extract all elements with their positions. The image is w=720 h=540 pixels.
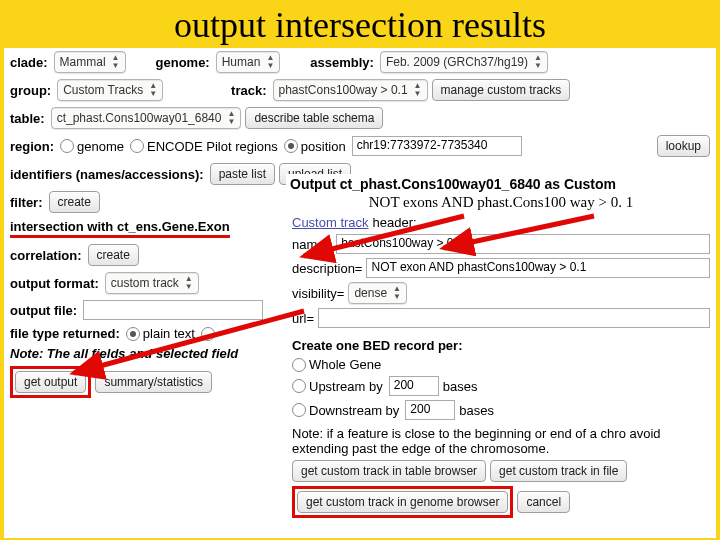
ct-description-label: description= — [292, 261, 362, 276]
get-track-genome-button[interactable]: get custom track in genome browser — [297, 491, 508, 513]
updown-icon: ▲▼ — [149, 82, 157, 98]
paste-list-button[interactable]: paste list — [210, 163, 275, 185]
region-position-radio[interactable]: position — [284, 139, 346, 154]
panel-header: Output ct_phast.Cons100way01_6840 as Cus… — [286, 174, 716, 194]
genome-select[interactable]: Human▲▼ — [216, 51, 281, 73]
ct-visibility-value: dense — [354, 286, 387, 300]
page-title: output intersection results — [0, 0, 720, 48]
clade-value: Mammal — [60, 55, 106, 69]
output-format-label: output format: — [10, 276, 99, 291]
ct-url-label: url= — [292, 311, 314, 326]
ct-name-label: name= — [292, 237, 332, 252]
assembly-value: Feb. 2009 (GRCh37/hg19) — [386, 55, 528, 69]
region-encode-text: ENCODE Pilot regions — [147, 139, 278, 154]
correlation-create-button[interactable]: create — [88, 244, 139, 266]
custom-track-panel: Output ct_phast.Cons100way01_6840 as Cus… — [286, 174, 716, 520]
genome-label: genome: — [156, 55, 210, 70]
bed-whole-gene-text: Whole Gene — [309, 357, 381, 372]
radio-icon — [284, 139, 298, 153]
region-position-text: position — [301, 139, 346, 154]
ct-visibility-label: visibility= — [292, 286, 344, 301]
manage-tracks-button[interactable]: manage custom tracks — [432, 79, 571, 101]
updown-icon: ▲▼ — [185, 275, 193, 291]
bed-whole-gene-radio[interactable]: Whole Gene — [292, 357, 381, 372]
radio-icon — [292, 403, 306, 417]
position-input[interactable]: chr19:7733972-7735340 — [352, 136, 522, 156]
intersection-label: intersection with ct_ens.Gene.Exon — [10, 219, 230, 238]
bed-downstream-input[interactable]: 200 — [405, 400, 455, 420]
radio-icon — [201, 327, 215, 341]
updown-icon: ▲▼ — [112, 54, 120, 70]
bed-upstream-bases: bases — [443, 379, 478, 394]
ct-visibility-select[interactable]: dense▲▼ — [348, 282, 407, 304]
region-genome-radio[interactable]: genome — [60, 139, 124, 154]
ct-name-input[interactable]: hastCons100way > 0.1 — [336, 234, 710, 254]
track-label: track: — [231, 83, 266, 98]
correlation-label: correlation: — [10, 248, 82, 263]
updown-icon: ▲▼ — [227, 110, 235, 126]
output-file-label: output file: — [10, 303, 77, 318]
lookup-button[interactable]: lookup — [657, 135, 710, 157]
custom-track-link[interactable]: Custom track — [292, 215, 369, 230]
filetype-plain-text: plain text — [143, 326, 195, 341]
updown-icon: ▲▼ — [414, 82, 422, 98]
group-select[interactable]: Custom Tracks▲▼ — [57, 79, 163, 101]
filter-label: filter: — [10, 195, 43, 210]
updown-icon: ▲▼ — [534, 54, 542, 70]
get-output-button[interactable]: get output — [15, 371, 86, 393]
bed-downstream-bases: bases — [459, 403, 494, 418]
filetype-other-radio[interactable] — [201, 327, 215, 341]
region-label: region: — [10, 139, 54, 154]
radio-icon — [292, 358, 306, 372]
cancel-button[interactable]: cancel — [517, 491, 570, 513]
assembly-select[interactable]: Feb. 2009 (GRCh37/hg19)▲▼ — [380, 51, 548, 73]
output-format-select[interactable]: custom track▲▼ — [105, 272, 199, 294]
track-value: phastCons100way > 0.1 — [279, 83, 408, 97]
filter-create-button[interactable]: create — [49, 191, 100, 213]
ct-url-input[interactable] — [318, 308, 710, 328]
get-track-genome-highlight: get custom track in genome browser — [292, 486, 513, 518]
describe-schema-button[interactable]: describe table schema — [245, 107, 383, 129]
get-output-highlight: get output — [10, 366, 91, 398]
group-value: Custom Tracks — [63, 83, 143, 97]
clade-label: clade: — [10, 55, 48, 70]
get-track-file-button[interactable]: get custom track in file — [490, 460, 627, 482]
radio-icon — [292, 379, 306, 393]
bed-upstream-text: Upstream by — [309, 379, 383, 394]
radio-icon — [126, 327, 140, 341]
filetype-plain-radio[interactable]: plain text — [126, 326, 195, 341]
bed-upstream-input[interactable]: 200 — [389, 376, 439, 396]
region-genome-text: genome — [77, 139, 124, 154]
table-value: ct_phast.Cons100way01_6840 — [57, 111, 222, 125]
assembly-label: assembly: — [310, 55, 374, 70]
file-type-label: file type returned: — [10, 326, 120, 341]
updown-icon: ▲▼ — [266, 54, 274, 70]
table-label: table: — [10, 111, 45, 126]
bed-downstream-radio[interactable]: Downstream by — [292, 403, 399, 418]
region-encode-radio[interactable]: ENCODE Pilot regions — [130, 139, 278, 154]
table-select[interactable]: ct_phast.Cons100way01_6840▲▼ — [51, 107, 242, 129]
bed-upstream-radio[interactable]: Upstream by — [292, 379, 383, 394]
form-panel: clade: Mammal▲▼ genome: Human▲▼ assembly… — [4, 48, 716, 538]
genome-value: Human — [222, 55, 261, 69]
output-file-input[interactable] — [83, 300, 263, 320]
fields-note: Note: The all fields and selected field — [10, 346, 238, 361]
annotation-text: NOT exons AND phast.Cons100 way > 0. 1 — [286, 194, 716, 213]
summary-stats-button[interactable]: summary/statistics — [95, 371, 212, 393]
bed-note: Note: if a feature is close to the begin… — [286, 422, 716, 458]
bed-downstream-text: Downstream by — [309, 403, 399, 418]
updown-icon: ▲▼ — [393, 285, 401, 301]
clade-select[interactable]: Mammal▲▼ — [54, 51, 126, 73]
bed-header: Create one BED record per: — [286, 336, 716, 355]
ct-description-input[interactable]: NOT exon AND phastCons100way > 0.1 — [366, 258, 710, 278]
output-format-value: custom track — [111, 276, 179, 290]
radio-icon — [130, 139, 144, 153]
group-label: group: — [10, 83, 51, 98]
custom-track-header-label: header: — [373, 215, 417, 230]
get-track-table-button[interactable]: get custom track in table browser — [292, 460, 486, 482]
track-select[interactable]: phastCons100way > 0.1▲▼ — [273, 79, 428, 101]
identifiers-label: identifiers (names/accessions): — [10, 167, 204, 182]
radio-icon — [60, 139, 74, 153]
